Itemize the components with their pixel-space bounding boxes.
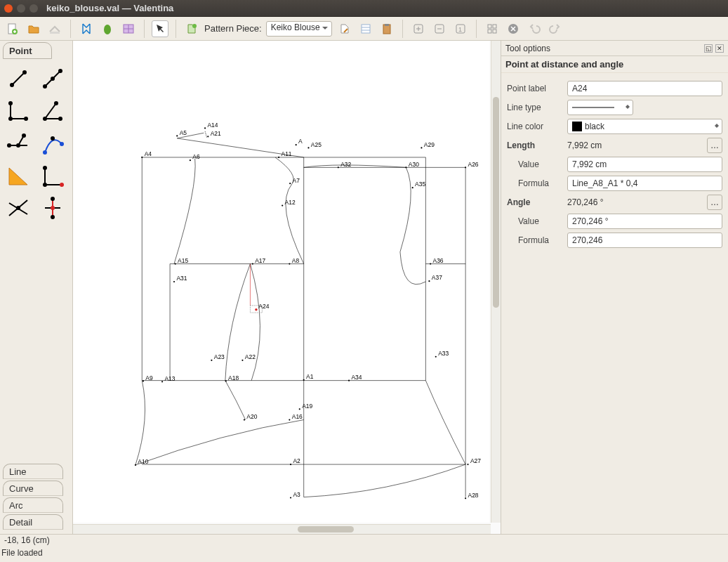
svg-point-101 [282,204,283,206]
panel-close-button[interactable]: ✕ [715,44,724,53]
svg-point-51 [60,183,64,187]
svg-text:A5: A5 [180,129,187,136]
tool-line-intersect[interactable] [4,194,32,222]
tool-perpendicular[interactable] [4,97,32,125]
svg-text:A37: A37 [432,274,442,281]
tool-tab-point[interactable]: Point [3,42,52,59]
main-toolbar: Pattern Piece: Keiko Blouse 1 [0,17,728,41]
tool-shoulder[interactable] [39,129,67,157]
maximize-window-button[interactable] [29,4,38,13]
svg-point-107 [175,263,176,264]
angle-display: 270,246 ° [567,197,700,207]
status-coords: -18, 16 (cm) [0,534,728,548]
variables-table-button[interactable] [120,20,137,37]
svg-point-46 [51,136,55,140]
length-value-caption: Value [507,159,563,169]
tool-normal[interactable] [4,129,32,157]
save-file-button[interactable] [46,20,63,37]
measurements-individual-button[interactable] [78,20,95,37]
tool-triangle[interactable] [4,162,32,190]
svg-text:A7: A7 [293,177,300,184]
svg-point-36 [43,117,47,121]
svg-text:A34: A34 [351,374,362,381]
zoom-fit-button[interactable] [484,20,501,37]
tool-tab-detail[interactable]: Detail [3,514,63,530]
svg-text:A29: A29 [424,141,435,148]
svg-text:A21: A21 [211,130,221,137]
tool-name-label: Point at distance and angle [501,56,728,73]
svg-point-44 [43,150,47,155]
svg-point-119 [207,136,209,137]
svg-point-37 [58,117,62,121]
svg-rect-2 [50,32,60,34]
redo-button[interactable] [547,20,564,37]
tool-seg-midpoint[interactable] [39,65,67,93]
svg-text:A2: A2 [293,457,300,464]
tool-point-intersection[interactable] [39,162,67,190]
tool-point-of-contact[interactable] [39,194,67,222]
svg-text:A28: A28 [468,492,479,499]
line-color-select[interactable]: black [567,119,722,134]
svg-text:A27: A27 [470,457,481,464]
length-value-input[interactable]: 7,992 cm [567,157,722,172]
minimize-window-button[interactable] [17,4,25,13]
svg-text:A6: A6 [192,153,200,160]
open-file-button[interactable] [25,20,42,37]
clipboard-button[interactable] [378,20,395,37]
angle-formula-caption: Formula [507,235,563,245]
svg-line-74 [205,131,207,138]
svg-point-54 [16,206,20,210]
svg-point-59 [51,206,55,210]
stop-tool-button[interactable] [505,20,522,37]
zoom-in-button[interactable] [410,20,427,37]
svg-point-32 [24,117,28,121]
tool-tab-arc[interactable]: Arc [3,497,63,513]
svg-point-135 [421,147,422,148]
svg-rect-12 [385,24,389,26]
svg-point-49 [43,166,47,170]
svg-text:A23: A23 [214,353,225,360]
vertical-scrollbar[interactable] [491,41,501,523]
tool-tab-curve[interactable]: Curve [3,481,63,496]
horizontal-scrollbar[interactable] [73,524,491,534]
angle-formula-input[interactable]: 270,246 [567,233,722,248]
length-formula-input[interactable]: Line_A8_A1 * 0,4 [567,176,722,191]
arrow-tool-button[interactable] [152,20,168,37]
new-file-button[interactable] [4,20,21,37]
zoom-out-button[interactable] [431,20,448,37]
tool-seg-simple[interactable] [4,65,32,93]
left-tool-panel: Point Line Curve Arc Detail [0,41,73,534]
close-window-button[interactable] [4,4,13,13]
tool-angle-bisector[interactable] [39,97,67,125]
svg-line-24 [12,72,25,85]
svg-text:A19: A19 [302,403,312,410]
zoom-original-button[interactable]: 1 [452,20,469,37]
svg-text:A32: A32 [340,161,351,168]
svg-text:A30: A30 [409,161,419,168]
status-message: File loaded [0,548,728,561]
length-expand-button[interactable]: … [707,138,722,153]
svg-point-141 [338,166,339,168]
line-color-caption: Line color [507,122,563,131]
point-label-input[interactable]: A24 [567,81,722,96]
measurements-standard-button[interactable] [99,20,116,37]
panel-undock-button[interactable]: ◱ [704,44,713,53]
svg-point-91 [289,183,291,184]
svg-point-109 [289,419,290,420]
drawing-area[interactable]: AA1A2A3A4A5A6A7A8A9A10A11A12A13A14A15A16… [73,41,501,534]
svg-point-131 [467,464,468,465]
config-pattern-piece-button[interactable] [336,20,353,37]
tool-tab-line[interactable]: Line [3,464,63,479]
pattern-piece-select[interactable]: Keiko Blouse [266,21,332,37]
history-table-button[interactable] [357,20,374,37]
angle-value-input[interactable]: 270,246 ° [567,214,722,229]
new-pattern-piece-button[interactable] [183,20,200,37]
angle-expand-button[interactable]: … [707,195,722,210]
svg-point-151 [428,280,430,282]
svg-point-38 [54,101,58,105]
svg-point-133 [465,497,466,499]
length-section-label: Length [507,140,563,150]
line-type-select[interactable] [567,100,633,115]
undo-button[interactable] [526,20,543,37]
svg-text:A22: A22 [245,353,256,360]
